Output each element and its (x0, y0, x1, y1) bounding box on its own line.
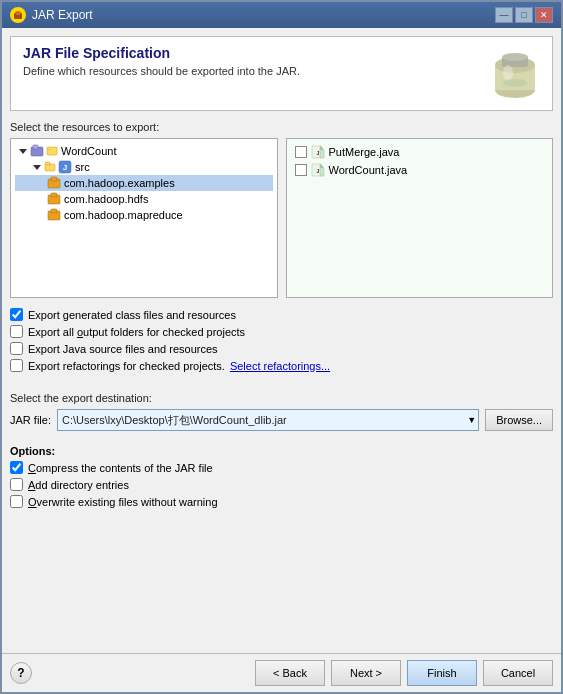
destination-row: JAR file: ▼ Browse... (10, 409, 553, 431)
resources-label: Select the resources to export: (10, 121, 553, 133)
add-directory-row: Add directory entries (10, 478, 553, 491)
tree-item-hdfs[interactable]: com.hadoop.hdfs (15, 191, 273, 207)
project-icon (30, 144, 58, 158)
tree-item-wordcount-label: WordCount (61, 145, 116, 157)
svg-text:J: J (316, 168, 319, 174)
tree-item-mapreduce-label: com.hadoop.mapreduce (64, 209, 183, 221)
overwrite-label: Overwrite existing files without warning (28, 496, 218, 508)
export-refactor-row: Export refactorings for checked projects… (10, 359, 553, 372)
options-section: Options: Compress the contents of the JA… (10, 445, 553, 512)
tree-panel[interactable]: WordCount J (10, 138, 278, 298)
tree-item-examples[interactable]: com.hadoop.examples (15, 175, 273, 191)
package-icon-hdfs (47, 192, 61, 206)
svg-text:J: J (63, 163, 67, 172)
export-refactor-label: Export refactorings for checked projects… (28, 360, 225, 372)
export-class-label: Export generated class files and resourc… (28, 309, 236, 321)
header-description: Define which resources should be exporte… (23, 65, 480, 77)
footer-right: < Back Next > Finish Cancel (255, 660, 553, 686)
window-icon (10, 7, 26, 23)
export-options: Export generated class files and resourc… (10, 308, 553, 376)
select-refactorings-link[interactable]: Select refactorings... (230, 360, 330, 372)
file-item-wordcount[interactable]: J WordCount.java (291, 161, 549, 179)
expand-icon-src (33, 165, 41, 170)
add-directory-checkbox[interactable] (10, 478, 23, 491)
main-content: JAR File Specification Define which reso… (2, 28, 561, 653)
svg-rect-17 (51, 177, 57, 181)
overwrite-row: Overwrite existing files without warning (10, 495, 553, 508)
src-icons: J (44, 160, 72, 174)
expand-icon (19, 149, 27, 154)
svg-rect-19 (51, 193, 57, 197)
titlebar: JAR Export — □ ✕ (2, 2, 561, 28)
jar-export-window: JAR Export — □ ✕ JAR File Specification … (0, 0, 563, 694)
export-java-label: Export Java source files and resources (28, 343, 218, 355)
tree-item-examples-label: com.hadoop.examples (64, 177, 175, 189)
svg-rect-13 (45, 162, 50, 165)
java-icon-putmerge: J (311, 145, 325, 159)
help-button[interactable]: ? (10, 662, 32, 684)
export-java-checkbox[interactable] (10, 342, 23, 355)
export-refactor-checkbox[interactable] (10, 359, 23, 372)
file-panel[interactable]: J PutMerge.java J (286, 138, 554, 298)
header-title: JAR File Specification (23, 45, 480, 61)
svg-rect-21 (51, 209, 57, 213)
wordcount-checkbox[interactable] (295, 164, 307, 176)
tree-item-src-label: src (75, 161, 90, 173)
footer-left: ? (10, 662, 32, 684)
compress-row: Compress the contents of the JAR file (10, 461, 553, 474)
destination-label: Select the export destination: (10, 392, 553, 404)
finish-button[interactable]: Finish (407, 660, 477, 686)
overwrite-checkbox[interactable] (10, 495, 23, 508)
package-icon-mapreduce (47, 208, 61, 222)
options-label: Options: (10, 445, 553, 457)
jar-file-input[interactable] (57, 409, 479, 431)
window-title: JAR Export (32, 8, 93, 22)
close-button[interactable]: ✕ (535, 7, 553, 23)
jar-icon (490, 45, 540, 100)
minimize-button[interactable]: — (495, 7, 513, 23)
svg-point-7 (503, 65, 513, 81)
destination-section: Select the export destination: JAR file:… (10, 392, 553, 439)
file-item-putmerge[interactable]: J PutMerge.java (291, 143, 549, 161)
compress-label: Compress the contents of the JAR file (28, 462, 213, 474)
file-wordcount-label: WordCount.java (329, 164, 408, 176)
export-output-label: Export all output folders for checked pr… (28, 326, 245, 338)
export-java-row: Export Java source files and resources (10, 342, 553, 355)
back-button[interactable]: < Back (255, 660, 325, 686)
maximize-button[interactable]: □ (515, 7, 533, 23)
browse-button[interactable]: Browse... (485, 409, 553, 431)
svg-text:J: J (316, 150, 319, 156)
jar-input-wrapper: ▼ (57, 409, 479, 431)
export-class-checkbox[interactable] (10, 308, 23, 321)
export-output-checkbox[interactable] (10, 325, 23, 338)
file-putmerge-label: PutMerge.java (329, 146, 400, 158)
export-class-row: Export generated class files and resourc… (10, 308, 553, 321)
svg-rect-10 (33, 145, 38, 149)
add-directory-label: Add directory entries (28, 479, 129, 491)
tree-item-hdfs-label: com.hadoop.hdfs (64, 193, 148, 205)
resources-section: Select the resources to export: (10, 121, 553, 308)
header-section: JAR File Specification Define which reso… (10, 36, 553, 111)
tree-item-wordcount[interactable]: WordCount (15, 143, 273, 159)
putmerge-checkbox[interactable] (295, 146, 307, 158)
svg-point-1 (15, 11, 21, 15)
svg-rect-11 (47, 147, 57, 155)
svg-point-8 (503, 79, 527, 87)
resources-row: WordCount J (10, 138, 553, 298)
tree-item-mapreduce[interactable]: com.hadoop.mapreduce (15, 207, 273, 223)
java-icon-wordcount: J (311, 163, 325, 177)
titlebar-left: JAR Export (10, 7, 93, 23)
jar-file-label: JAR file: (10, 414, 51, 426)
package-icon-examples (47, 176, 61, 190)
export-output-row: Export all output folders for checked pr… (10, 325, 553, 338)
header-text: JAR File Specification Define which reso… (23, 45, 480, 77)
footer: ? < Back Next > Finish Cancel (2, 653, 561, 692)
tree-item-src[interactable]: J src (15, 159, 273, 175)
cancel-button[interactable]: Cancel (483, 660, 553, 686)
titlebar-controls: — □ ✕ (495, 7, 553, 23)
compress-checkbox[interactable] (10, 461, 23, 474)
next-button[interactable]: Next > (331, 660, 401, 686)
svg-point-6 (502, 53, 528, 61)
